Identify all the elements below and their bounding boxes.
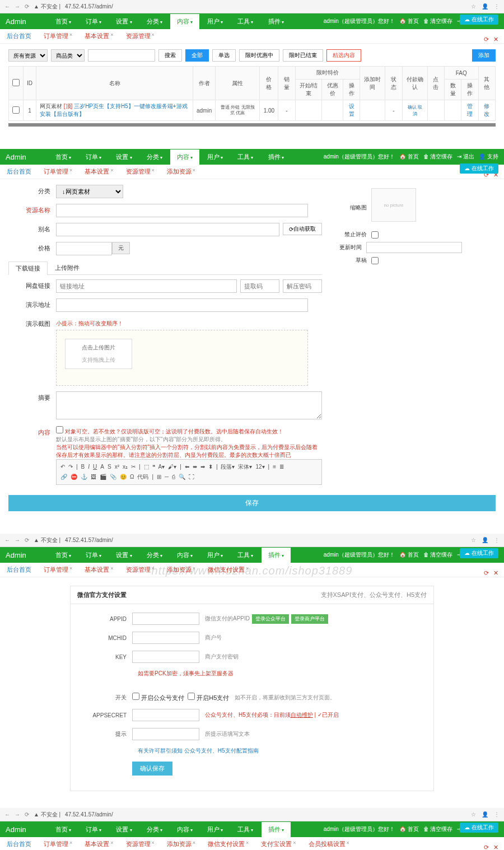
user-greeting: admin（超级管理员）您好！ — [324, 17, 395, 25]
menu-user[interactable]: 用户 — [200, 14, 230, 29]
tab-basic[interactable]: 基本设置× — [83, 29, 114, 43]
rich-editor-toolbar[interactable]: ↶↷|BIUASx²x₂✂|⬚❝A▾🖌▾|⬅⬌➡⬍|段落▾宋体▾12▾|≡≣ 🔗… — [56, 459, 322, 485]
tab-dashboard[interactable]: 后台首页 — [6, 29, 32, 43]
more-icon[interactable]: ⋮ — [494, 3, 500, 10]
content-check[interactable] — [56, 426, 63, 433]
draft-check[interactable] — [371, 257, 379, 264]
forward-icon[interactable]: → — [15, 3, 20, 10]
alias-input[interactable] — [56, 223, 279, 236]
pay-confirm[interactable]: 确认 取消 — [408, 105, 422, 116]
update-time[interactable] — [366, 242, 462, 253]
summary-input[interactable] — [56, 391, 322, 419]
link-cache[interactable]: 🗑 清空缓存 — [423, 17, 453, 25]
tab-resource[interactable]: 资源管理× — [125, 29, 156, 43]
tab-order[interactable]: 订单管理× — [43, 165, 73, 179]
add-btn[interactable]: 添加 — [472, 49, 496, 62]
menu-category[interactable]: 分类 — [140, 14, 169, 29]
menu-category[interactable]: 分类 — [140, 150, 169, 165]
row-checkbox[interactable] — [12, 106, 20, 114]
prompt-input[interactable] — [132, 728, 199, 740]
mchid-input[interactable] — [132, 632, 199, 644]
menu-plugin[interactable]: 插件 — [262, 150, 291, 165]
refresh-icon[interactable]: ⟳ — [484, 36, 489, 43]
price-input[interactable] — [56, 242, 112, 255]
tab-resource[interactable]: 资源管理× — [125, 165, 156, 179]
tab-dashboard[interactable]: 后台首页 — [6, 165, 32, 179]
thumbnail-box[interactable]: no picture — [371, 188, 416, 222]
filter-ended[interactable]: 限时已结束 — [283, 49, 323, 62]
table-row: 1 网页素材 [顶] 三岁HP页生【支持H5】一键修改服务端+游戏安装【后台版有… — [9, 100, 496, 121]
search-btn[interactable]: 搜索 — [158, 49, 182, 62]
netdisk-pwd[interactable] — [283, 279, 322, 293]
limit-op[interactable]: 设置 — [349, 103, 354, 117]
tab-upload[interactable]: 上传附件 — [48, 261, 87, 274]
row-title-link[interactable]: [顶] 三岁HP页生【支持H5】一键修改服务端+游戏安装【后台版有】 — [40, 103, 188, 117]
tab-add[interactable]: 添加资源× — [166, 165, 197, 179]
tab-download[interactable]: 下载链接 — [8, 261, 48, 275]
menu-plugin[interactable]: 插件 — [262, 548, 291, 563]
unsafe-label: ▲ 不安全 | — [34, 3, 60, 11]
tab-basic[interactable]: 基本设置× — [83, 165, 114, 179]
menu-user[interactable]: 用户 — [200, 150, 230, 165]
menu-tool[interactable]: 工具 — [231, 150, 260, 165]
menu-tool[interactable]: 工具 — [231, 14, 260, 29]
star-icon[interactable]: ☆ — [471, 3, 476, 10]
reload-icon[interactable]: ⟳ — [25, 3, 29, 10]
demo-input[interactable] — [56, 298, 308, 312]
save-button[interactable]: 保存 — [8, 495, 496, 511]
select-all[interactable] — [12, 79, 20, 86]
filter-featured[interactable]: 精选内容 — [326, 49, 361, 62]
filter-single[interactable]: 单选 — [212, 49, 236, 62]
menu-plugin[interactable]: 插件 — [262, 14, 291, 29]
cat-select[interactable]: ↓网页素材 — [56, 185, 123, 198]
user-icon[interactable]: 👤 — [482, 3, 488, 10]
brand: Admin — [6, 17, 26, 26]
name-input[interactable] — [56, 204, 308, 217]
float-online-btn[interactable]: ☁ 在线工作 — [460, 164, 498, 174]
url-bar[interactable]: 47.52.41.57/admin/ — [65, 3, 466, 10]
close-all-icon[interactable]: ✕ — [493, 36, 498, 43]
scrollbar[interactable] — [8, 123, 496, 127]
upload-click-label: 点击上传图片 — [70, 344, 127, 352]
switch-h5[interactable] — [188, 693, 195, 700]
resource-table: ID 名称 作者 属性 价格 销量 限时特价 添加时间 状态 付款确认 点击 F… — [8, 66, 496, 121]
tab-order[interactable]: 订单管理× — [43, 29, 73, 43]
brand: Admin — [6, 153, 26, 161]
auto-maintain-link[interactable]: 自动维护 — [291, 712, 313, 718]
back-icon[interactable]: ← — [4, 3, 10, 10]
link-home[interactable]: 🏠 首页 — [399, 17, 419, 25]
alias-auto-btn[interactable]: ⟳ 自动获取 — [283, 223, 322, 235]
login-mp-btn[interactable]: 登录公众平台 — [252, 614, 289, 624]
menu-content[interactable]: 内容 — [170, 150, 199, 165]
key-input[interactable] — [132, 651, 199, 663]
row-edit[interactable]: 修改 — [484, 103, 489, 117]
menu-setting[interactable]: 设置 — [109, 150, 138, 165]
filter-limit[interactable]: 限时优惠中 — [239, 49, 279, 62]
filter-all[interactable]: 全部 — [185, 49, 209, 62]
upload-area[interactable]: 点击上传图片 支持拖拽上传 — [56, 330, 308, 386]
netdisk-code[interactable] — [240, 279, 279, 293]
float-online-btn[interactable]: ☁ 在线工作 — [460, 15, 498, 25]
forbid-check[interactable] — [371, 231, 379, 239]
close-icon[interactable]: × — [152, 32, 155, 38]
menu-setting[interactable]: 设置 — [109, 14, 138, 29]
menu-order[interactable]: 订单 — [79, 150, 108, 165]
menu-home[interactable]: 首页 — [49, 14, 78, 29]
switch-mp[interactable] — [132, 693, 139, 700]
login-mch-btn[interactable]: 登录商户平台 — [291, 614, 328, 624]
menu-content[interactable]: 内容 — [170, 14, 199, 29]
close-icon[interactable]: × — [69, 32, 72, 38]
netdisk-url[interactable] — [56, 279, 237, 293]
close-icon[interactable]: × — [110, 32, 113, 38]
search-input[interactable] — [88, 49, 155, 62]
wechat-save-btn[interactable]: 确认保存 — [132, 762, 172, 776]
appid-input[interactable] — [132, 613, 199, 625]
menu-order[interactable]: 订单 — [79, 14, 108, 29]
appsecret-input[interactable] — [132, 709, 199, 721]
filter-type[interactable]: 所有资源 — [8, 49, 48, 62]
menu-home[interactable]: 首页 — [49, 150, 78, 165]
filter-cat[interactable]: 商品类 — [51, 49, 85, 62]
faq-manage[interactable]: 管理 — [467, 103, 473, 117]
